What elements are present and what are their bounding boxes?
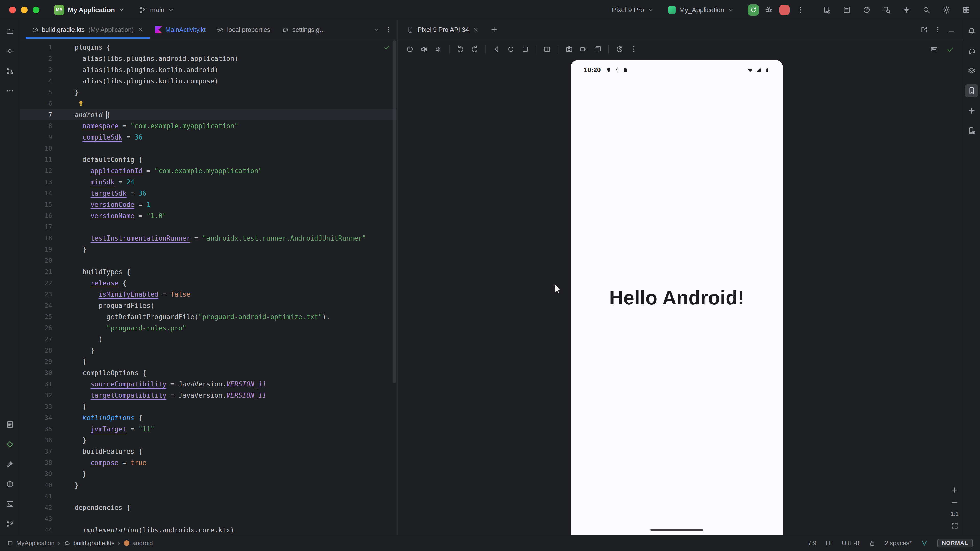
device-tab[interactable]: Pixel 9 Pro API 34 bbox=[403, 21, 484, 39]
rotate-right-icon[interactable] bbox=[469, 43, 481, 56]
tab-local-properties[interactable]: local.properties bbox=[211, 21, 276, 39]
code-line[interactable]: 6 bbox=[21, 98, 397, 109]
line-number[interactable]: 19 bbox=[21, 244, 52, 255]
logcat-icon[interactable] bbox=[840, 3, 853, 17]
code-line[interactable]: 42dependencies { bbox=[21, 502, 397, 513]
running-devices-icon[interactable] bbox=[965, 84, 978, 97]
line-number[interactable]: 6 bbox=[21, 98, 52, 109]
line-number[interactable]: 21 bbox=[21, 266, 52, 278]
more-run-actions-icon[interactable] bbox=[794, 3, 807, 17]
line-number[interactable]: 39 bbox=[21, 468, 52, 480]
code-line[interactable]: 19 } bbox=[21, 244, 397, 255]
back-icon[interactable] bbox=[490, 43, 503, 56]
line-number[interactable]: 44 bbox=[21, 524, 52, 535]
inspections-ok-icon[interactable] bbox=[383, 44, 390, 51]
indent-widget[interactable]: 2 spaces* bbox=[885, 540, 912, 547]
hide-panel-icon[interactable] bbox=[948, 26, 956, 33]
gradle-icon[interactable] bbox=[965, 44, 978, 58]
code-line[interactable]: 32 targetCompatibility = JavaVersion.VER… bbox=[21, 390, 397, 401]
screen-record-icon[interactable] bbox=[577, 43, 590, 56]
code-line[interactable]: 3 alias(libs.plugins.kotlin.android) bbox=[21, 64, 397, 76]
code-line[interactable]: 8 namespace = "com.example.myapplication… bbox=[21, 121, 397, 132]
line-number[interactable]: 25 bbox=[21, 311, 52, 322]
code-line[interactable]: 11 defaultConfig { bbox=[21, 154, 397, 165]
code-line[interactable]: 44 implementation(libs.androidx.core.ktx… bbox=[21, 524, 397, 535]
line-number[interactable]: 26 bbox=[21, 322, 52, 333]
grid-icon[interactable] bbox=[959, 3, 973, 17]
volume-down-icon[interactable] bbox=[432, 43, 445, 56]
version-control-icon[interactable] bbox=[3, 517, 17, 530]
close-tab-icon[interactable] bbox=[137, 26, 144, 33]
line-number[interactable]: 35 bbox=[21, 424, 52, 435]
close-window-button[interactable] bbox=[9, 6, 16, 13]
code-line[interactable]: 40} bbox=[21, 480, 397, 491]
logcat-icon[interactable] bbox=[3, 418, 17, 431]
branch-selector[interactable]: main bbox=[135, 4, 178, 16]
line-number[interactable]: 32 bbox=[21, 390, 52, 401]
code-line[interactable]: 26 "proguard-rules.pro" bbox=[21, 322, 397, 333]
line-number[interactable]: 38 bbox=[21, 457, 52, 468]
lock-icon[interactable] bbox=[869, 540, 876, 547]
code-line[interactable]: 2 alias(libs.plugins.android.application… bbox=[21, 53, 397, 64]
line-number[interactable]: 13 bbox=[21, 176, 52, 188]
code-line[interactable]: 22 release { bbox=[21, 278, 397, 289]
line-number[interactable]: 2 bbox=[21, 53, 52, 64]
ideavim-icon[interactable] bbox=[921, 540, 928, 547]
code-line[interactable]: 35 jvmTarget = "11" bbox=[21, 424, 397, 435]
code-line[interactable]: 4 alias(libs.plugins.kotlin.compose) bbox=[21, 76, 397, 87]
line-number[interactable]: 3 bbox=[21, 64, 52, 76]
code-line[interactable]: 14 targetSdk = 36 bbox=[21, 188, 397, 199]
code-line[interactable]: 20 bbox=[21, 255, 397, 266]
line-number[interactable]: 8 bbox=[21, 121, 52, 132]
line-number[interactable]: 23 bbox=[21, 289, 52, 300]
line-number[interactable]: 36 bbox=[21, 435, 52, 446]
zoom-out-icon[interactable] bbox=[951, 499, 959, 506]
restore-icon[interactable] bbox=[614, 43, 626, 56]
line-separator-widget[interactable]: LF bbox=[826, 540, 833, 547]
code-line[interactable]: 13 minSdk = 24 bbox=[21, 176, 397, 188]
code-line[interactable]: 31 sourceCompatibility = JavaVersion.VER… bbox=[21, 379, 397, 390]
volume-up-icon[interactable] bbox=[418, 43, 430, 56]
gemini-icon[interactable] bbox=[900, 3, 913, 17]
line-number[interactable]: 31 bbox=[21, 379, 52, 390]
code-line[interactable]: 1plugins { bbox=[21, 42, 397, 53]
line-number[interactable]: 37 bbox=[21, 446, 52, 457]
close-device-tab-icon[interactable] bbox=[473, 26, 479, 33]
code-line[interactable]: 12 applicationId = "com.example.myapplic… bbox=[21, 165, 397, 176]
project-folder-icon[interactable] bbox=[3, 24, 17, 38]
line-number[interactable]: 15 bbox=[21, 199, 52, 210]
line-number[interactable]: 28 bbox=[21, 345, 52, 356]
line-number[interactable]: 29 bbox=[21, 356, 52, 367]
add-device-tab-button[interactable] bbox=[487, 23, 501, 36]
code-line[interactable]: 10 bbox=[21, 143, 397, 154]
gemini-icon[interactable] bbox=[965, 104, 978, 118]
debug-button[interactable] bbox=[762, 3, 775, 17]
code-line[interactable]: 27 ) bbox=[21, 333, 397, 345]
vim-mode-badge[interactable]: NORMAL bbox=[937, 539, 973, 548]
device-manager-icon[interactable] bbox=[820, 3, 834, 17]
encoding-widget[interactable]: UTF-8 bbox=[842, 540, 859, 547]
caret-position-widget[interactable]: 7:9 bbox=[808, 540, 816, 547]
line-number[interactable]: 16 bbox=[21, 210, 52, 221]
line-number[interactable]: 4 bbox=[21, 76, 52, 87]
home-icon[interactable] bbox=[505, 43, 517, 56]
tab-build-gradle-kts[interactable]: build.gradle.kts (My Application) bbox=[25, 21, 150, 39]
hidden-tabs-icon[interactable] bbox=[372, 26, 380, 33]
code-line[interactable]: 36 } bbox=[21, 435, 397, 446]
code-line[interactable]: 29 } bbox=[21, 356, 397, 367]
app-insights-icon[interactable] bbox=[3, 438, 17, 451]
fold-icon[interactable] bbox=[541, 43, 553, 56]
zoom-to-fit-icon[interactable] bbox=[951, 522, 959, 530]
code-line[interactable]: 38 compose = true bbox=[21, 457, 397, 468]
minimize-window-button[interactable] bbox=[21, 6, 27, 13]
breadcrumb-project[interactable]: MyApplication bbox=[7, 540, 54, 547]
panel-options-icon[interactable] bbox=[934, 26, 942, 33]
overview-icon[interactable] bbox=[519, 43, 531, 56]
device-screen[interactable]: 10:20 Hello Android! bbox=[571, 60, 783, 535]
project-selector[interactable]: MA My Application bbox=[51, 3, 128, 17]
line-number[interactable]: 14 bbox=[21, 188, 52, 199]
code-line[interactable]: 43 bbox=[21, 513, 397, 524]
editor-scrollbar[interactable] bbox=[393, 40, 396, 383]
problems-icon[interactable] bbox=[3, 478, 17, 491]
stop-button[interactable] bbox=[780, 5, 790, 15]
